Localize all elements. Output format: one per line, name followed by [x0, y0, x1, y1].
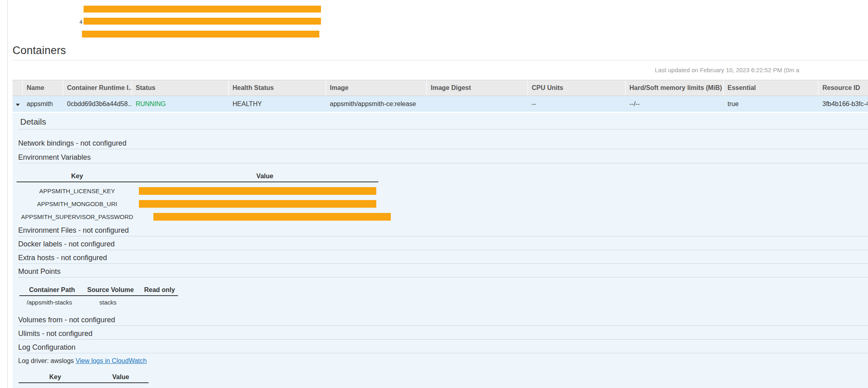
env-value-header: Value: [231, 173, 299, 180]
column-header-health-status: Health Status: [229, 80, 326, 96]
log-options-key-header: Key: [49, 373, 61, 381]
section-volumes-from: Volumes from - not configured: [18, 316, 868, 326]
mount-read-only-header: Read only: [144, 286, 175, 294]
section-docker-labels: Docker labels - not configured: [18, 240, 868, 250]
column-header-image-digest: Image Digest: [427, 80, 528, 96]
cell-essential: true: [724, 96, 819, 112]
env-key-header: Key: [17, 173, 138, 180]
cell-cpu-units: --: [528, 96, 626, 112]
env-var-value-redaction-bar: [139, 200, 376, 208]
public-ip-partial-text: 4: [80, 19, 82, 25]
last-updated-text: Last updated on February 10, 2023 6:22:5…: [655, 67, 799, 73]
mac-address-redaction-bar: [82, 31, 319, 38]
cell-image-digest: [427, 96, 528, 112]
log-driver-label: Log driver: awslogs: [18, 357, 74, 364]
mount-container-path-header: Container Path: [29, 286, 75, 294]
container-details-panel: Details Network bindings - not configure…: [13, 113, 868, 388]
containers-table: Name Container Runtime I... Status Healt…: [13, 80, 868, 112]
containers-divider: [13, 60, 868, 60]
column-header-runtime-id: Container Runtime I...: [63, 80, 132, 96]
column-header-essential: Essential: [724, 80, 819, 96]
env-var-key: APPSMITH_SUPERVISOR_PASSWORD: [17, 213, 138, 220]
section-mount-points: Mount Points: [18, 267, 868, 277]
mount-source-volume-value: stacks: [99, 299, 117, 306]
mount-source-volume-header: Source Volume: [87, 286, 134, 294]
cell-resource-id: 3fb4b166-b3fc-4f9: [819, 96, 868, 112]
section-extra-hosts: Extra hosts - not configured: [18, 254, 868, 264]
env-var-key: APPSMITH_LICENSE_KEY: [17, 188, 138, 194]
section-log-configuration: Log Configuration: [18, 343, 868, 353]
section-network-bindings: Network bindings - not configured: [18, 139, 868, 149]
collapse-caret-icon[interactable]: [16, 104, 20, 106]
section-ulimits: Ulimits - not configured: [18, 330, 868, 340]
ecs-task-details-page: Private IP Public IP 4 Mac address Conta…: [0, 0, 868, 388]
content-panel-left-border: [7, 0, 8, 388]
env-var-value-redaction-bar: [153, 213, 391, 221]
cell-health-status: HEALTHY: [229, 96, 326, 112]
mount-table-underline: [19, 295, 178, 296]
log-options-table-underline: [19, 382, 149, 383]
column-header-status: Status: [132, 80, 229, 96]
env-var-row: APPSMITH_SUPERVISOR_PASSWORD: [13, 211, 868, 223]
expand-column-header: [13, 80, 23, 96]
cell-image: appsmith/appsmith-ce:release: [326, 96, 427, 112]
column-header-memory-limits: Hard/Soft memory limits (MiB) ...: [626, 80, 724, 96]
containers-table-header: Name Container Runtime I... Status Healt…: [13, 80, 868, 96]
containers-section-title: Containers: [13, 44, 66, 57]
public-ip-redaction-bar: [84, 18, 321, 25]
log-driver-line: Log driver: awslogs View logs in CloudWa…: [18, 357, 147, 365]
env-var-row: APPSMITH_MONGODB_URI: [13, 198, 868, 211]
env-table-underline: [17, 181, 378, 182]
column-header-resource-id: Resource ID: [819, 80, 868, 96]
log-options-value-header: Value: [112, 373, 129, 381]
cell-memory-limits: --/--: [626, 96, 724, 112]
env-var-value-redaction-bar: [139, 187, 376, 195]
mount-container-path-value: /appsmith-stacks: [27, 299, 72, 306]
container-row-appsmith[interactable]: appsmith 0cbdd69d3b6a44d58... RUNNING HE…: [13, 96, 868, 112]
cell-name: appsmith: [23, 96, 63, 112]
section-environment-variables: Environment Variables: [18, 153, 868, 163]
cell-status: RUNNING: [132, 96, 229, 112]
column-header-cpu-units: CPU Units: [528, 80, 626, 96]
view-logs-cloudwatch-link[interactable]: View logs in CloudWatch: [75, 357, 147, 364]
column-header-image: Image: [326, 80, 427, 96]
env-var-row: APPSMITH_LICENSE_KEY: [13, 185, 868, 198]
env-var-key: APPSMITH_MONGODB_URI: [17, 200, 138, 207]
column-header-name: Name: [23, 80, 63, 96]
private-ip-redaction-bar: [84, 6, 321, 13]
section-environment-files: Environment Files - not configured: [18, 226, 868, 236]
details-divider: [18, 129, 868, 129]
cell-runtime-id: 0cbdd69d3b6a44d58...: [63, 96, 132, 112]
details-title: Details: [20, 117, 46, 127]
